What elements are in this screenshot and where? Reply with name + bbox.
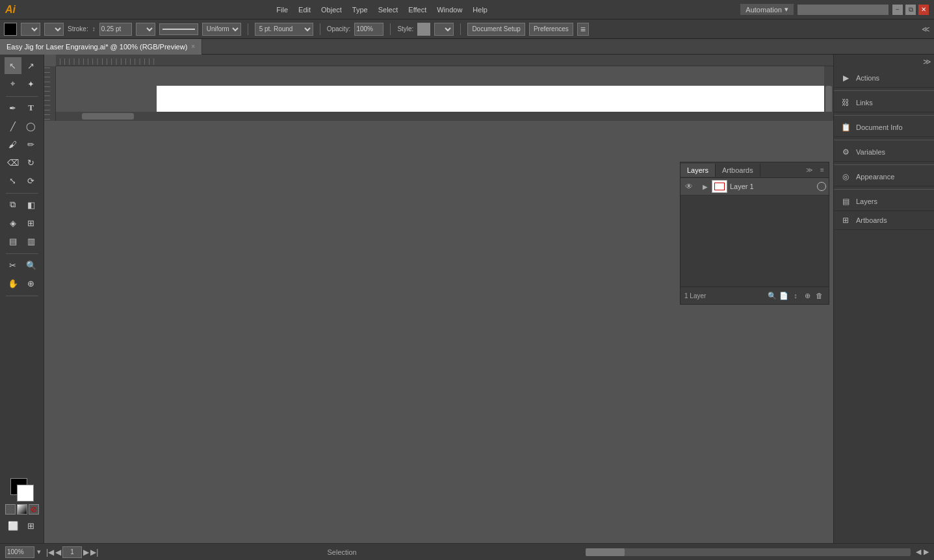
canvas-scroll-area[interactable]: THE GOWLERY WWW.GOWLERY.COM <box>56 66 833 121</box>
status-scrollbar[interactable] <box>586 548 911 556</box>
layers-tab[interactable]: Layers <box>681 164 716 177</box>
ellipse-tool[interactable]: ◯ <box>23 118 40 134</box>
direct-selection-tool[interactable]: ↗ <box>23 57 40 74</box>
nav-next-btn[interactable]: ▶ <box>83 548 89 557</box>
paintbrush-tool[interactable]: 🖌 <box>5 136 21 153</box>
scrollbar-vertical[interactable] <box>824 66 833 112</box>
line-tool[interactable]: ╱ <box>5 118 21 134</box>
menu-file[interactable]: File <box>272 4 292 16</box>
panel-menu-icon[interactable]: ≡ <box>816 164 829 177</box>
layers-new-layer-btn[interactable]: 📄 <box>778 290 790 301</box>
panel-item-variables[interactable]: ⚙ Variables <box>834 143 934 162</box>
layer-expand-icon[interactable]: ▶ <box>703 183 708 190</box>
type-tool[interactable]: T <box>23 99 40 116</box>
lasso-tool[interactable]: ⌖ <box>5 75 21 92</box>
eraser-tool[interactable]: ⌫ <box>5 154 21 171</box>
panel-item-appearance[interactable]: ◎ Appearance <box>834 168 934 186</box>
menu-help[interactable]: Help <box>468 4 492 16</box>
layers-panel-header: Layers Artboards ≫ ≡ <box>681 162 829 178</box>
scrollbar-horizontal[interactable] <box>56 112 824 121</box>
layers-search-btn[interactable]: 🔍 <box>766 290 778 301</box>
scale-tool[interactable]: ⤡ <box>5 172 21 189</box>
perspective-tool[interactable]: ◈ <box>5 214 21 231</box>
pencil-tool[interactable]: ✏ <box>23 136 40 153</box>
slice-tool[interactable]: ✂ <box>5 257 21 274</box>
automation-button[interactable]: Automation ▾ <box>740 4 794 15</box>
preferences-button[interactable]: Preferences <box>529 23 573 36</box>
hand-tool[interactable]: ✋ <box>5 275 21 292</box>
color-pair[interactable] <box>10 478 34 502</box>
artboard-num-input[interactable] <box>62 546 82 558</box>
background-color[interactable] <box>17 485 34 502</box>
free-transform-tool[interactable]: ⧉ <box>5 196 21 213</box>
close-button[interactable]: ✕ <box>918 5 929 15</box>
shape-builder-tool[interactable]: ◧ <box>23 196 40 213</box>
menu-object[interactable]: Object <box>317 4 346 16</box>
nav-last-btn[interactable]: ▶| <box>90 548 98 557</box>
rotate-tool[interactable]: ↻ <box>23 154 40 171</box>
variables-icon: ⚙ <box>840 147 851 157</box>
artboard-tool[interactable]: ⊞ <box>23 517 40 534</box>
magic-wand-tool[interactable]: ✦ <box>23 75 40 92</box>
fill-select[interactable] <box>21 23 40 36</box>
search-input[interactable] <box>798 5 889 15</box>
selection-tool[interactable]: ↖ <box>5 57 21 74</box>
stroke-profile[interactable] <box>159 23 198 35</box>
panel-collapse-icon[interactable]: ≫ <box>923 57 931 66</box>
status-arrow-right-icon[interactable]: ▶ <box>924 548 929 556</box>
stroke-color-select[interactable] <box>44 23 64 36</box>
screen-mode-button[interactable]: ⬜ <box>5 517 21 534</box>
menu-edit[interactable]: Edit <box>294 4 315 16</box>
style-select[interactable] <box>434 23 454 36</box>
document-setup-button[interactable]: Document Setup <box>467 23 525 36</box>
fill-swatch[interactable] <box>4 23 17 36</box>
panel-divider-4 <box>834 164 934 165</box>
zoom-input[interactable] <box>5 546 34 558</box>
stroke-unit-select[interactable] <box>136 23 155 36</box>
panel-toggle-icon[interactable]: ≪ <box>922 25 930 34</box>
zoom-chevron-icon[interactable]: ▾ <box>37 548 41 556</box>
bar-chart-tool[interactable]: ▥ <box>23 233 40 249</box>
pen-tool[interactable]: ✒ <box>5 99 21 116</box>
layer-visibility-icon[interactable]: 👁 <box>683 181 695 192</box>
layers-move-btn[interactable]: ↕ <box>790 290 801 301</box>
panel-item-layers[interactable]: ▤ Layers <box>834 192 934 211</box>
brush-select[interactable]: 5 pt. Round <box>255 23 313 36</box>
layers-add-btn[interactable]: ⊕ <box>801 290 813 301</box>
gradient-icon[interactable] <box>17 504 27 515</box>
tab-main[interactable]: Easy Jig for Laser Engraving.ai* @ 100% … <box>0 39 202 55</box>
color-mode-icon[interactable] <box>5 504 16 515</box>
menu-effect[interactable]: Effect <box>404 4 431 16</box>
scrollbar-h-thumb[interactable] <box>82 113 134 120</box>
layers-delete-btn[interactable]: 🗑 <box>813 290 825 301</box>
panel-item-actions[interactable]: ▶ Actions <box>834 69 934 88</box>
none-icon[interactable]: ⊘ <box>29 504 39 515</box>
opacity-input[interactable] <box>354 23 383 36</box>
menu-window[interactable]: Window <box>432 4 467 16</box>
tool-sep-2 <box>6 193 38 194</box>
zoom2-tool[interactable]: ⊕ <box>23 275 40 292</box>
panel-item-doc-info[interactable]: 📋 Document Info <box>834 118 934 137</box>
panel-item-links[interactable]: ⛓ Links <box>834 94 934 112</box>
minimize-button[interactable]: − <box>892 5 903 15</box>
artboards-tab[interactable]: Artboards <box>716 164 760 177</box>
nav-prev-btn[interactable]: ◀ <box>55 548 61 557</box>
gradient-tool[interactable]: ▤ <box>5 233 21 249</box>
options-extra[interactable]: ≡ <box>577 23 589 36</box>
stroke-value-input[interactable] <box>99 23 132 36</box>
warp-tool[interactable]: ⟳ <box>23 172 40 189</box>
style-swatch[interactable] <box>417 23 430 36</box>
nav-first-btn[interactable]: |◀ <box>46 548 54 557</box>
restore-button[interactable]: ⧉ <box>905 5 916 15</box>
panel-expand-icon[interactable]: ≫ <box>803 164 816 177</box>
menu-type[interactable]: Type <box>348 4 372 16</box>
menu-select[interactable]: Select <box>374 4 403 16</box>
profile-select[interactable]: Uniform <box>202 23 241 36</box>
status-arrow-left-icon[interactable]: ◀ <box>916 548 921 556</box>
layer-row-1[interactable]: 👁 ▶ Layer 1 <box>681 178 829 196</box>
layer-target-icon[interactable] <box>817 182 826 191</box>
tab-close-icon[interactable]: × <box>191 43 195 50</box>
mesh-tool[interactable]: ⊞ <box>23 214 40 231</box>
zoom-tool[interactable]: 🔍 <box>23 257 40 274</box>
panel-item-artboards[interactable]: ⊞ Artboards <box>834 211 934 230</box>
